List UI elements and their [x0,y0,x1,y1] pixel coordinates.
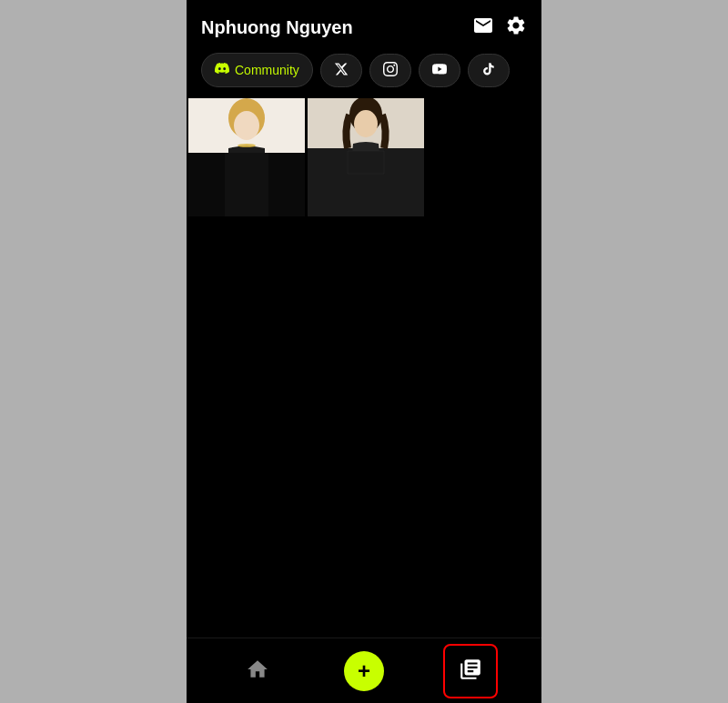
svg-point-5 [238,144,256,147]
image-grid [187,98,541,216]
plus-icon: + [358,658,370,684]
add-nav-item[interactable]: + [337,644,391,698]
social-tabs: Community [187,47,541,96]
content-grid [187,96,541,638]
mail-icon[interactable] [472,15,494,40]
x-icon [334,62,349,79]
tab-youtube[interactable] [419,54,460,87]
home-nav-item[interactable] [230,644,285,698]
svg-rect-4 [225,153,268,216]
page-title: Nphuong Nguyen [201,17,353,38]
community-label: Community [235,63,299,77]
collection-nav-item[interactable] [443,644,498,698]
phone-screen: Nphuong Nguyen Community [187,0,541,703]
bottom-nav: + [187,638,541,703]
discord-icon [215,61,229,79]
header-actions [472,15,527,40]
header: Nphuong Nguyen [187,0,541,47]
youtube-icon [432,62,447,79]
tab-instagram[interactable] [369,54,411,87]
tab-community[interactable]: Community [201,53,313,87]
collection-icon [459,658,482,685]
tab-tiktok[interactable] [468,54,510,87]
settings-icon[interactable] [505,15,527,40]
instagram-icon [383,62,398,79]
svg-point-9 [354,110,378,137]
tiktok-icon [481,62,496,79]
svg-rect-10 [348,151,384,216]
svg-point-3 [234,111,259,140]
image-item-1[interactable] [188,98,305,216]
add-button[interactable]: + [344,651,384,691]
image-item-2[interactable] [308,98,424,216]
tab-x[interactable] [320,54,362,87]
home-icon [246,658,269,685]
